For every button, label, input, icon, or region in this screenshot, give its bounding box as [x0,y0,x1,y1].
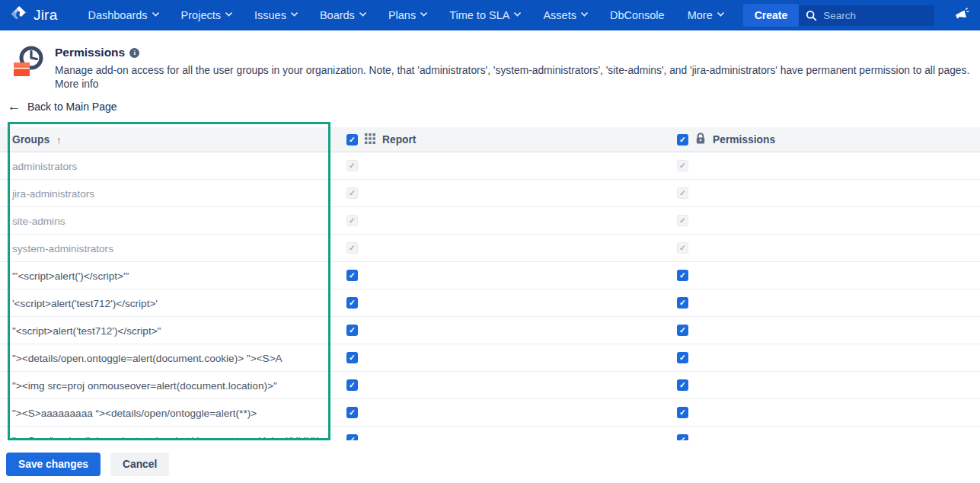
table-row: "><S>a "><details/open/ontoggle=alert(do… [0,427,980,440]
addon-clock-package-icon [11,43,47,79]
info-icon[interactable]: i [129,48,139,58]
cancel-button[interactable]: Cancel [110,453,169,476]
table-row: administrators [0,152,980,180]
report-column-header: Report [346,133,677,146]
nav-item-dbconsole[interactable]: DbConsole [610,9,665,21]
report-checkbox [346,215,358,226]
table-row: "><img src=proj onmouseover=alert(docume… [0,372,980,399]
permissions-checkbox[interactable] [677,270,688,281]
nav-item-plans[interactable]: Plans [388,9,426,21]
back-arrow-icon: ← [8,100,21,113]
chevron-down-icon [152,9,159,17]
back-link-label: Back to Main Page [27,101,117,113]
report-header-label: Report [382,134,416,146]
page: Jira Dashboards Projects Issues Boards P… [0,0,980,483]
table-header-row: Groups ↑ Report [0,127,980,152]
table-row: "><S>aaaaaaaaa “><details/open/ontoggle=… [0,399,980,427]
table-row: system-administrators [0,235,980,262]
permissions-checkbox[interactable] [677,297,688,309]
permissions-checkbox [677,215,688,226]
table-row: '<script>alert('test712')</script>' [0,289,980,317]
nav-item-more[interactable]: More [688,9,723,21]
nav-menu: Dashboards Projects Issues Boards Plans … [88,9,723,21]
nav-item-dashboards[interactable]: Dashboards [88,9,158,21]
permissions-checkbox[interactable] [677,407,688,418]
permissions-select-all-checkbox[interactable] [677,134,688,146]
navbar: Jira Dashboards Projects Issues Boards P… [0,0,980,30]
search-input[interactable] [799,5,934,26]
group-name: "><details/open.ontoggle=alert(document.… [0,353,283,364]
chevron-down-icon [359,9,366,17]
permissions-checkbox [677,160,688,171]
group-name: "<script>alert('test712')</script>" [0,325,161,337]
table-row: jira-administrators [0,180,980,207]
jira-logo-text: Jira [34,7,57,24]
page-description: Manage add-on access for all the user gr… [55,63,969,78]
chevron-down-icon [580,9,588,17]
more-info-link[interactable]: More info [55,78,969,90]
lock-icon [695,133,706,147]
table-body: administrators jira-administrators site-… [0,152,980,440]
groups-column-header[interactable]: Groups ↑ [0,134,346,146]
report-checkbox[interactable] [346,270,358,281]
permissions-checkbox [677,187,688,199]
chevron-down-icon [514,9,522,17]
chevron-down-icon [290,9,298,17]
permissions-checkbox[interactable] [677,325,688,336]
chevron-down-icon [420,9,428,17]
permissions-checkbox[interactable] [677,379,688,391]
group-name: administrators [0,161,77,172]
group-name: site-admins [0,216,65,227]
report-checkbox[interactable] [346,434,358,440]
create-button[interactable]: Create [743,4,800,27]
group-name: "><S>aaaaaaaaa “><details/open/ontoggle=… [0,408,257,419]
group-name: '<script>alert('test712')</script>' [0,298,158,309]
permissions-checkbox[interactable] [677,434,688,440]
report-checkbox[interactable] [346,325,358,336]
jira-logo-icon [10,5,28,26]
report-checkbox[interactable] [346,297,358,309]
report-checkbox [346,242,358,254]
report-select-all-checkbox[interactable] [346,134,358,146]
table-row: "<script>alert('test712')</script>" [0,317,980,344]
group-name: jira-administrators [0,188,94,200]
nav-item-issues[interactable]: Issues [254,9,297,21]
group-name: "><img src=proj onmouseover=alert(docume… [0,380,277,392]
nav-item-assets[interactable]: Assets [543,9,587,21]
nav-right: ? [799,5,980,26]
nav-item-projects[interactable]: Projects [181,9,231,21]
back-to-main-page-link[interactable]: ← Back to Main Page [8,100,117,113]
chevron-down-icon [225,9,233,17]
sort-ascending-icon: ↑ [56,134,62,146]
group-name: "><S>a "><details/open/ontoggle=alert(do… [0,435,320,441]
table-row: "><details/open.ontoggle=alert(document.… [0,344,980,372]
search-icon [806,10,817,24]
permissions-checkbox [677,242,688,254]
permissions-table: Groups ↑ Report [0,127,980,440]
save-changes-button[interactable]: Save changes [6,453,101,476]
table-row: "'<script>alert(')</script>'" [0,262,980,289]
group-name: "'<script>alert(')</script>'" [0,270,129,282]
nav-item-time-to-sla[interactable]: Time to SLA [449,9,520,21]
report-checkbox[interactable] [346,352,358,363]
search-box [799,5,934,26]
chevron-down-icon [717,9,724,17]
group-name: system-administrators [0,243,113,254]
page-title: Permissions [55,46,125,59]
nav-item-boards[interactable]: Boards [320,9,366,21]
report-checkbox[interactable] [346,379,358,391]
app-header: Permissions i Manage add-on access for a… [11,43,969,90]
report-checkbox [346,187,358,199]
jira-logo[interactable]: Jira [0,5,57,26]
permissions-checkbox[interactable] [677,352,688,363]
header-text-group: Permissions i Manage add-on access for a… [55,43,969,90]
permissions-header-label: Permissions [713,134,775,146]
report-checkbox[interactable] [346,407,358,418]
permissions-column-header: Permissions [677,133,980,147]
report-checkbox [346,160,358,171]
table-row: site-admins [0,207,980,235]
grid-icon [365,133,375,146]
footer-actions: Save changes Cancel [6,453,169,476]
announcements-icon[interactable] [953,7,970,24]
groups-header-label: Groups [12,134,49,146]
